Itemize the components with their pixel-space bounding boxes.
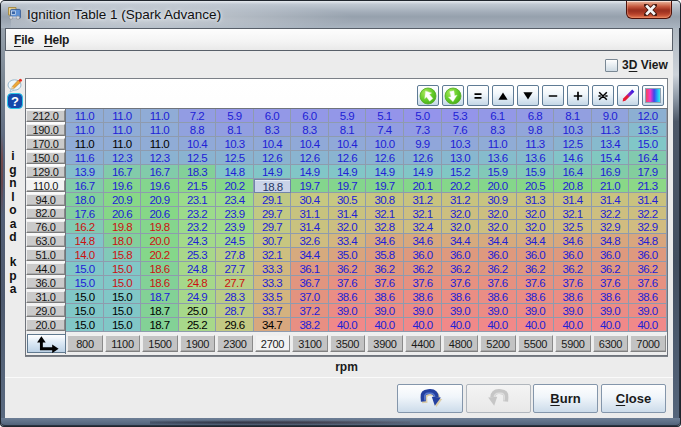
svg-text:?: ?	[11, 94, 19, 109]
